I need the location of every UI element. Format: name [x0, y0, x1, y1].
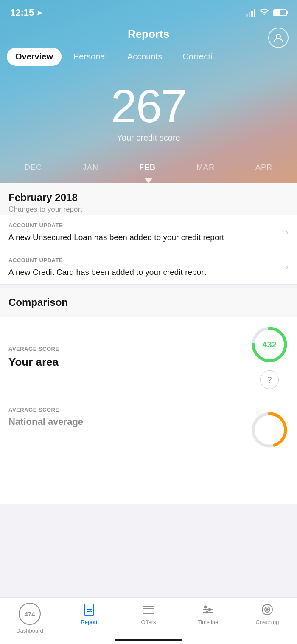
svg-point-17	[209, 609, 211, 611]
month-apr[interactable]: APR	[249, 160, 279, 175]
tab-personal[interactable]: Personal	[65, 48, 115, 66]
offers-label: Offers	[141, 619, 156, 625]
month-jan[interactable]: JAN	[76, 160, 105, 175]
svg-rect-9	[143, 606, 154, 614]
comparison-text-1: Your area	[8, 356, 250, 369]
report-label: Report	[81, 619, 97, 625]
account-update-2[interactable]: ACCOUNT UPDATE A new Credit Card has bee…	[0, 250, 297, 285]
credit-score-section: 267 Your credit score	[0, 66, 297, 151]
update-label-2: ACCOUNT UPDATE	[8, 257, 280, 263]
month-indicator	[0, 175, 297, 183]
dashboard-badge: 474	[19, 603, 41, 625]
time-display: 12:15	[10, 7, 34, 18]
comparison-text-2: National average	[8, 416, 250, 427]
location-icon: ➤	[36, 9, 42, 17]
nav-coaching[interactable]: Coaching	[250, 603, 284, 625]
tab-overview[interactable]: Overview	[7, 48, 62, 66]
signal-icon	[246, 9, 255, 17]
donut-score-1: 432	[262, 340, 276, 350]
date-section-header: February 2018 Changes to your report	[0, 183, 297, 215]
section-date-title: February 2018	[8, 192, 289, 203]
update-label-1: ACCOUNT UPDATE	[8, 222, 280, 229]
month-dec[interactable]: DEC	[18, 160, 49, 175]
battery-icon	[273, 9, 287, 16]
report-icon	[82, 603, 96, 616]
comparison-title: Comparison	[8, 297, 289, 308]
chevron-right-icon-1: ›	[286, 227, 289, 238]
credit-score-label: Your credit score	[8, 133, 289, 143]
month-mar[interactable]: MAR	[190, 160, 221, 175]
comparison-header: Comparison	[0, 285, 297, 317]
wifi-icon	[260, 8, 269, 17]
nav-tabs: Overview Personal Accounts Correcti...	[0, 48, 297, 66]
coaching-label: Coaching	[256, 619, 279, 625]
dashboard-icon: 474	[19, 603, 41, 625]
update-text-2: A new Credit Card has been added to your…	[8, 267, 280, 278]
svg-point-18	[206, 611, 208, 613]
nav-dashboard[interactable]: 474 Dashboard	[13, 603, 47, 634]
update-text-1: A new Unsecured Loan has been added to y…	[8, 232, 280, 243]
svg-point-21	[266, 609, 268, 610]
svg-point-16	[205, 606, 207, 608]
page-title: Reports	[128, 28, 169, 41]
month-triangle	[144, 178, 153, 183]
status-bar: 12:15 ➤	[0, 0, 297, 25]
coaching-icon	[261, 603, 274, 616]
comparison-item-1: AVERAGE SCORE Your area 432 ?	[0, 317, 297, 398]
nav-report[interactable]: Report	[72, 603, 106, 625]
comparison-label-2: AVERAGE SCORE	[8, 407, 250, 413]
offers-icon	[142, 603, 155, 616]
section-date-subtitle: Changes to your report	[8, 205, 289, 214]
tab-corrections[interactable]: Correcti...	[174, 48, 228, 66]
status-icons	[246, 8, 287, 17]
bottom-nav: 474 Dashboard Report Offers	[0, 597, 297, 644]
home-indicator	[115, 639, 182, 641]
header-section: Reports Overview Personal Accounts Corre…	[0, 0, 297, 183]
timeline-icon	[201, 603, 215, 616]
comparison-label-1: AVERAGE SCORE	[8, 346, 250, 352]
timeline-label: Timeline	[198, 619, 219, 625]
nav-timeline[interactable]: Timeline	[191, 603, 225, 625]
help-button[interactable]: ?	[260, 370, 279, 389]
nav-offers[interactable]: Offers	[132, 603, 165, 625]
donut-chart-2	[250, 411, 289, 449]
chevron-right-icon-2: ›	[286, 262, 289, 273]
donut-chart-1: 432	[250, 325, 289, 364]
credit-score-number: 267	[8, 83, 289, 130]
status-time: 12:15 ➤	[10, 7, 42, 18]
profile-button[interactable]	[268, 28, 289, 48]
month-selector: DEC JAN FEB MAR APR	[0, 151, 297, 175]
main-content: February 2018 Changes to your report ACC…	[0, 183, 297, 504]
account-update-1[interactable]: ACCOUNT UPDATE A new Unsecured Loan has …	[0, 215, 297, 250]
month-feb[interactable]: FEB	[132, 160, 163, 175]
tab-accounts[interactable]: Accounts	[119, 48, 171, 66]
dashboard-label: Dashboard	[16, 627, 43, 634]
comparison-item-2: AVERAGE SCORE National average	[0, 398, 297, 453]
